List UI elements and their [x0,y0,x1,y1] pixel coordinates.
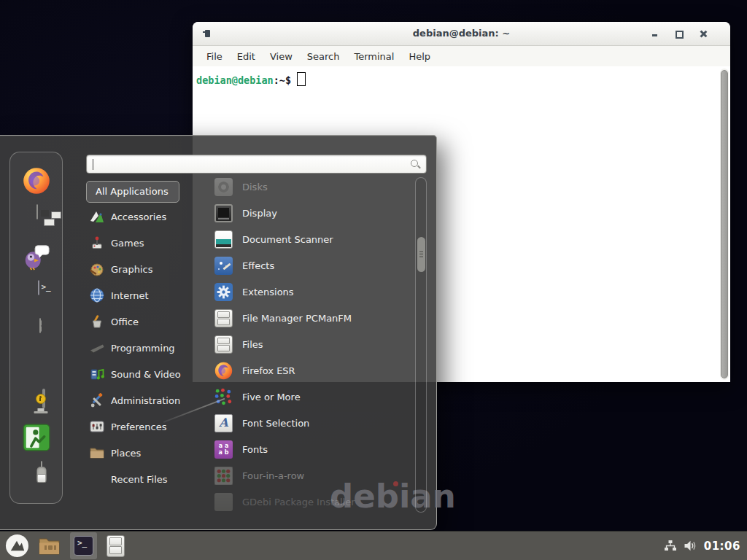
app-label: File Manager PCManFM [242,313,352,324]
menubar-item-terminal[interactable]: Terminal [347,48,401,65]
menubar-item-search[interactable]: Search [300,48,347,65]
app-label: Font Selection [242,418,309,429]
category-places[interactable]: Places [86,440,206,466]
administration-icon [89,392,105,408]
programming-icon [89,340,105,356]
app-label: Four-in-a-row [242,470,304,481]
four-in-a-row-icon [214,467,233,485]
app-item-five-or-more[interactable]: Five or More [207,384,415,410]
gdebi-icon [214,493,233,511]
app-label: Extensions [242,287,294,298]
app-list-scrollbar[interactable] [415,177,427,513]
category-label: Accessories [111,211,166,222]
category-all-applications[interactable]: All Applications [86,181,179,203]
category-label: Games [111,238,144,249]
category-administration[interactable]: Administration [86,387,206,413]
file-cabinet-icon[interactable] [107,535,125,557]
games-icon [89,235,105,251]
application-list: Disks Display Document Scanner Effects E… [207,174,415,515]
sound-video-icon [89,366,105,382]
folder-icon[interactable] [38,536,61,556]
app-label: Five or More [242,392,301,402]
app-item-effects[interactable]: Effects [207,252,415,279]
disks-icon [214,178,233,196]
menubar-item-help[interactable]: Help [401,48,438,65]
fonts-icon [214,440,233,459]
category-label: Places [111,448,141,459]
app-item-document-scanner[interactable]: Document Scanner [207,226,415,252]
network-icon[interactable] [664,540,677,552]
app-item-files[interactable]: Files [207,331,415,357]
search-icon [410,159,421,170]
close-button[interactable] [700,31,706,37]
settings-keyboard-icon[interactable] [36,204,38,219]
app-item-display[interactable]: Display [207,200,415,226]
category-label: Office [111,316,139,327]
terminal-prompt: debian@debian:~$ [193,66,730,86]
app-label: Fonts [242,444,268,455]
app-item-extensions[interactable]: Extensions [207,279,415,305]
app-item-file-manager-pcmanfm[interactable]: File Manager PCManFM [207,305,415,331]
shutdown-icon[interactable] [41,461,42,476]
category-office[interactable]: Office [86,308,206,335]
terminal-scrollbar-thumb[interactable] [721,70,728,378]
file-cabinet-icon [214,335,233,354]
menu-icon[interactable] [5,534,29,558]
logout-icon[interactable] [23,424,50,451]
category-accessories[interactable]: Accessories [86,203,206,230]
app-item-firefox-esr[interactable]: Firefox ESR [207,357,415,384]
taskbar: 01:06 [0,531,747,560]
places-icon [89,445,105,461]
category-internet[interactable]: Internet [86,282,206,308]
extensions-icon [214,283,233,301]
favorites-panel [9,152,63,504]
category-label: Preferences [111,421,166,432]
minimize-button[interactable] [651,31,658,37]
category-sound-video[interactable]: Sound & Video [86,361,206,387]
terminal-titlebar[interactable]: debian@debian: ~ [193,22,730,46]
menubar-item-edit[interactable]: Edit [230,48,263,65]
app-list-scrollbar-thumb[interactable] [417,237,425,272]
app-label: Firefox ESR [242,365,295,376]
internet-icon [89,287,105,303]
maximize-button[interactable] [676,31,682,37]
effects-icon [214,257,233,275]
app-label: GDebi Package Installer [242,497,355,508]
file-cabinet-icon[interactable] [39,318,41,333]
menubar-item-file[interactable]: File [199,48,230,65]
taskbar-terminal-button[interactable] [70,532,97,559]
terminal-icon [74,536,93,556]
category-label: Administration [111,395,180,406]
app-item-disks[interactable]: Disks [207,174,415,200]
category-label: Graphics [111,264,152,275]
terminal-icon[interactable] [38,280,39,295]
prompt-user-host: debian@debian [196,74,274,86]
search-input[interactable] [86,155,427,174]
scanner-icon [214,230,233,249]
firefox-icon[interactable] [23,167,50,195]
app-label: Display [242,208,277,219]
app-item-fonts[interactable]: Fonts [207,436,415,462]
taskbar-clock[interactable]: 01:06 [704,540,740,553]
system-tray: 01:06 [664,540,747,553]
category-preferences[interactable]: Preferences [86,413,206,440]
office-icon [89,314,105,330]
terminal-menubar: File Edit View Search Terminal Help [193,46,730,67]
font-selection-icon [214,414,233,432]
volume-icon[interactable] [684,540,697,552]
category-graphics[interactable]: Graphics [86,256,206,282]
app-item-four-in-a-row[interactable]: Four-in-a-row [207,462,415,489]
preferences-icon [89,419,105,435]
terminal-scrollbar[interactable] [720,69,729,380]
app-item-gdebi[interactable]: GDebi Package Installer [207,489,415,515]
category-recent-files[interactable]: Recent Files [86,466,206,492]
category-games[interactable]: Games [86,230,206,256]
category-label: Programming [111,343,175,354]
pidgin-icon[interactable] [23,243,50,271]
category-programming[interactable]: Programming [86,335,206,361]
app-item-font-selection[interactable]: Font Selection [207,410,415,436]
category-label: Internet [111,290,149,301]
menubar-item-view[interactable]: View [263,48,300,65]
app-label: Files [242,339,263,350]
five-or-more-icon [214,388,233,406]
